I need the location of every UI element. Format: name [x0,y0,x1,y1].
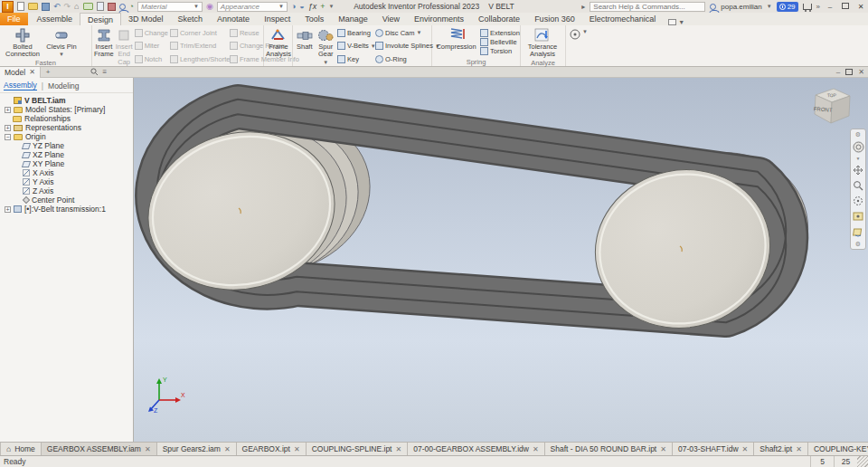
involute-splines-button[interactable]: Involute Splines▼ [375,42,429,51]
tab-design[interactable]: Design [80,13,121,25]
tab-manage[interactable]: Manage [331,13,375,25]
tree-item-relationships[interactable]: Relationships [3,114,133,123]
ribbon-presets-dropdown[interactable]: ▼ [566,25,591,66]
undo-icon[interactable]: ↶ [53,2,61,11]
document-restore-button[interactable] [845,69,853,75]
view-cube[interactable]: TOP FRONT [805,85,857,132]
store-cart-icon[interactable] [803,4,812,10]
close-icon[interactable]: ✕ [742,445,749,453]
browser-subtab-modeling[interactable]: Modeling [48,81,80,91]
frame-analysis-button[interactable]: FrameAnalysis [265,26,292,59]
tab-electromechanical[interactable]: Electromechanical [582,13,664,25]
torsion-button[interactable]: Torsion [480,46,518,55]
material-select[interactable]: Material▼ [137,2,203,12]
iproperties-icon[interactable] [119,4,126,10]
view-face-icon[interactable] [852,225,864,238]
project-icon[interactable] [83,3,93,10]
open-icon[interactable] [28,3,38,10]
navigation-wheel-icon[interactable] [852,140,864,153]
help-search-input[interactable] [590,2,705,12]
add-browser-tab-button[interactable]: + [41,68,56,76]
document-tab[interactable]: GEARBOX.ipt✕ [237,443,307,455]
color-sphere-icon[interactable]: ◉ [206,2,213,11]
tab-3d-model[interactable]: 3D Model [121,13,171,25]
close-icon[interactable]: ✕ [533,445,539,453]
browser-search-icon[interactable] [90,68,99,76]
document-tab[interactable]: Shaft2.ipt✕ [754,443,808,455]
shaft-button[interactable]: Shaft [294,26,316,66]
navbar-customize-icon[interactable]: ⚙ [855,241,861,247]
belleville-button[interactable]: Belleville [480,37,518,46]
tree-item-model-states[interactable]: +Model States: [Primary] [3,105,133,114]
close-icon[interactable]: ✕ [145,445,151,453]
navbar-settings-icon[interactable]: ⚙ [855,131,861,138]
tree-item-yz-plane[interactable]: YZ Plane [3,141,133,150]
extension-button[interactable]: Extension [480,28,518,37]
tree-item-center-point[interactable]: Center Point [3,195,133,205]
document-tab[interactable]: 07-03-SHAFT.idw✕ [673,443,754,455]
update-icon[interactable]: ◔ [129,2,134,11]
tab-tools[interactable]: Tools [297,13,331,25]
tree-item-origin[interactable]: −Origin [3,132,133,141]
tab-sketch[interactable]: Sketch [171,13,211,25]
close-icon[interactable]: ✕ [294,445,300,453]
close-icon[interactable]: ✕ [29,68,35,76]
tab-view[interactable]: View [375,13,407,25]
tab-annotate[interactable]: Annotate [210,13,257,25]
browser-subtab-assembly[interactable]: Assembly [4,81,37,91]
tab-fusion-360[interactable]: Fusion 360 [527,13,582,25]
close-icon[interactable]: ✕ [395,445,401,453]
new-document-icon[interactable] [17,2,24,11]
print-icon[interactable] [108,3,116,11]
tree-item-root[interactable]: V BELT.iam [3,96,133,105]
zoom-icon[interactable] [852,179,864,192]
search-expander-icon[interactable]: ▸ [581,3,585,11]
pan-icon[interactable] [852,164,864,176]
v-belts-button[interactable]: V-Belts▼ [337,42,373,51]
tab-file[interactable]: File [0,13,28,25]
ribbon-display-options[interactable]: ▼ [668,19,684,25]
disc-cam-button[interactable]: Disc Cam▼ [375,28,429,37]
user-name[interactable]: popa.emilian [721,3,761,11]
tree-item-xy-plane[interactable]: XY Plane [3,159,133,168]
tab-environments[interactable]: Environments [407,13,471,25]
browser-menu-icon[interactable]: ≡ [99,68,112,76]
resize-grip[interactable] [857,456,868,467]
tree-item-y-axis[interactable]: Y Axis [3,177,133,186]
collapse-icon[interactable]: − [5,134,11,140]
save-icon[interactable] [42,3,50,11]
minimize-button[interactable]: – [825,3,835,11]
session-timer-badge[interactable]: 29 [777,2,798,12]
document-tab[interactable]: Spur Gears2.iam✕ [157,443,237,455]
bearing-button[interactable]: Bearing [337,28,373,37]
insert-frame-button[interactable]: InsertFrame [93,26,115,66]
document-tab[interactable]: GEARBOX ASSEMBLY.iam✕ [42,443,157,455]
close-icon[interactable]: ✕ [224,445,231,453]
compression-button[interactable]: Compression [433,26,479,57]
document-close-button[interactable]: ✕ [858,68,864,76]
document-tab[interactable]: Shaft - DIA 50 ROUND BAR.ipt✕ [545,443,673,455]
close-icon[interactable]: ✕ [660,445,666,453]
more-chevrons-icon[interactable]: » [816,3,820,11]
document-tab[interactable]: 07-00-GEARBOX ASSEMBLY.idw✕ [408,443,544,455]
account-icon[interactable] [710,4,716,10]
chevron-down-icon[interactable]: ▼ [856,156,861,161]
home-icon[interactable]: ⌂ [74,2,79,11]
tree-item-representations[interactable]: +Representations [3,123,133,132]
browser-model-tab[interactable]: Model ✕ [0,67,41,78]
drawing-icon[interactable] [97,2,104,11]
tolerance-analysis-button[interactable]: ToleranceAnalysis [522,26,563,59]
tab-assemble[interactable]: Assemble [30,13,80,25]
key-button[interactable]: Key [337,55,373,64]
expand-icon[interactable]: + [5,206,11,213]
maximize-button[interactable] [840,3,851,11]
spur-gear-button[interactable]: Spur Gear ▼ [316,26,337,66]
tree-item-z-axis[interactable]: Z Axis [3,186,133,195]
tab-inspect[interactable]: Inspect [257,13,297,25]
orbit-icon[interactable] [852,195,864,207]
tree-item-vbelt-transmission[interactable]: +[•]:V-Belt transmission:1 [3,205,133,214]
document-tab[interactable]: COUPLING-KEY.ipt✕ [808,443,868,455]
tree-item-x-axis[interactable]: X Axis [3,168,133,177]
document-minimize-button[interactable]: – [836,68,840,76]
look-at-icon[interactable] [852,210,864,223]
